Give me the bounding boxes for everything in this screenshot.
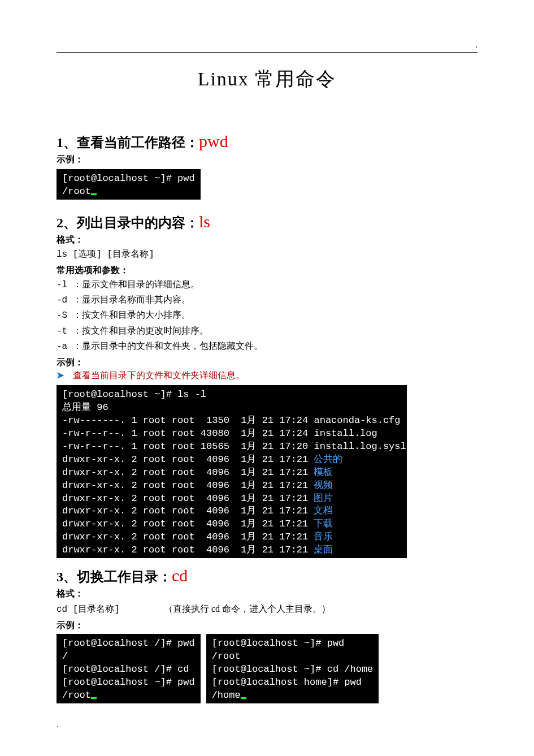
ls-row-name: 下载 bbox=[314, 518, 333, 531]
ls-row-meta: -rw-r--r--. 1 root root 10565 1月 21 17:2… bbox=[62, 440, 314, 453]
ls-row-meta: drwxr-xr-x. 2 root root 4096 1月 21 17:21 bbox=[62, 518, 314, 531]
section-1-heading: 1、查看当前工作路径：pwd bbox=[57, 132, 477, 152]
terminal-line: drwxr-xr-x. 2 root root 4096 1月 21 17:21… bbox=[62, 505, 401, 518]
section-2-heading: 2、列出目录中的内容：ls bbox=[57, 212, 477, 232]
terminal-line: [root@localhost ~]# pwd bbox=[212, 637, 374, 650]
section-2-command: ls bbox=[199, 212, 210, 231]
section-3-prefix: 3、切换工作目录： bbox=[57, 569, 172, 584]
section-2-bullet-text: 查看当前目录下的文件和文件夹详细信息。 bbox=[73, 370, 245, 382]
option-line: -d ：显示目录名称而非其内容。 bbox=[57, 293, 477, 308]
terminal-line: drwxr-xr-x. 2 root root 4096 1月 21 17:21… bbox=[62, 493, 401, 506]
terminal-line: [root@localhost /]# cd bbox=[62, 663, 195, 676]
terminal-line: 总用量 96 bbox=[62, 401, 401, 414]
section-3-two-col: [root@localhost /]# pwd / [root@localhos… bbox=[57, 634, 477, 703]
ls-row-meta: -rw-------. 1 root root 1350 1月 21 17:24 bbox=[62, 414, 314, 427]
ls-row-meta: drwxr-xr-x. 2 root root 4096 1月 21 17:21 bbox=[62, 493, 314, 506]
section-2-prefix: 2、列出目录中的内容： bbox=[57, 215, 199, 230]
ls-row-name: 模板 bbox=[314, 466, 333, 479]
section-2-example-label: 示例： bbox=[57, 357, 477, 369]
terminal-line: [root@localhost ~]# ls -l bbox=[62, 388, 401, 401]
section-1-prefix: 1、查看当前工作路径： bbox=[57, 135, 199, 150]
terminal-line: [root@localhost ~]# cd /home bbox=[212, 663, 374, 676]
terminal-line: drwxr-xr-x. 2 root root 4096 1月 21 17:21… bbox=[62, 518, 401, 531]
option-line: -l ：显示文件和目录的详细信息。 bbox=[57, 278, 477, 293]
terminal-line: -rw-r--r--. 1 root root 43080 1月 21 17:2… bbox=[62, 427, 401, 440]
terminal-line: /root bbox=[212, 650, 374, 663]
terminal-line: [root@localhost ~]# pwd bbox=[62, 172, 195, 185]
section-2-format-label: 格式： bbox=[57, 234, 477, 246]
terminal-line: /root bbox=[62, 689, 195, 702]
ls-row-name: install.log bbox=[314, 427, 377, 440]
section-1-command: pwd bbox=[199, 132, 228, 150]
section-1-terminal: [root@localhost ~]# pwd /root bbox=[57, 169, 201, 200]
section-3-format-text: cd [目录名称] bbox=[57, 604, 120, 615]
ls-row-meta: drwxr-xr-x. 2 root root 4096 1月 21 17:21 bbox=[62, 479, 314, 493]
terminal-line: / bbox=[62, 650, 195, 663]
cursor-icon bbox=[241, 697, 246, 699]
terminal-line: /root bbox=[62, 185, 195, 198]
terminal-line: -rw-------. 1 root root 1350 1月 21 17:24… bbox=[62, 414, 401, 427]
option-line: -S ：按文件和目录的大小排序。 bbox=[57, 308, 477, 323]
ls-row-meta: drwxr-xr-x. 2 root root 4096 1月 21 17:21 bbox=[62, 466, 314, 479]
top-rule bbox=[57, 52, 477, 53]
ls-row-meta: drwxr-xr-x. 2 root root 4096 1月 21 17:21 bbox=[62, 531, 314, 544]
section-3-format-label: 格式： bbox=[57, 588, 477, 600]
section-3-heading: 3、切换工作目录：cd bbox=[57, 566, 477, 586]
ls-row-name: 视频 bbox=[314, 479, 333, 493]
ls-row-name: 桌面 bbox=[314, 544, 333, 557]
terminal-line: drwxr-xr-x. 2 root root 4096 1月 21 17:21… bbox=[62, 531, 401, 544]
section-2-opts-label: 常用选项和参数： bbox=[57, 265, 477, 277]
section-3-format-note: （直接执行 cd 命令，进入个人主目录。） bbox=[164, 604, 331, 614]
terminal-line: drwxr-xr-x. 2 root root 4096 1月 21 17:21… bbox=[62, 544, 401, 557]
section-1-example-label: 示例： bbox=[57, 154, 477, 166]
ls-row-name: 文档 bbox=[314, 505, 333, 518]
section-3-terminal-left: [root@localhost /]# pwd / [root@localhos… bbox=[57, 634, 201, 703]
section-3-terminal-right: [root@localhost ~]# pwd /root [root@loca… bbox=[206, 634, 379, 703]
doc-title: Linux 常用命令 bbox=[57, 66, 477, 92]
page-dot-bottom: . bbox=[57, 720, 477, 729]
ls-row-name: anaconda-ks.cfg bbox=[314, 414, 400, 427]
section-3-example-label: 示例： bbox=[57, 620, 477, 632]
ls-row-name: 音乐 bbox=[314, 531, 333, 544]
terminal-line: [root@localhost ~]# pwd bbox=[62, 676, 195, 689]
terminal-line: drwxr-xr-x. 2 root root 4096 1月 21 17:21… bbox=[62, 479, 401, 493]
section-2-terminal: [root@localhost ~]# ls -l 总用量 96 -rw----… bbox=[57, 385, 407, 558]
section-3-format-row: cd [目录名称] （直接执行 cd 命令，进入个人主目录。） bbox=[57, 601, 477, 617]
ls-row-name: install.log.syslog bbox=[314, 440, 418, 453]
page-dot-top: . bbox=[57, 41, 477, 50]
arrow-icon: ➤ bbox=[57, 370, 64, 381]
terminal-line: [root@localhost /]# pwd bbox=[62, 637, 195, 650]
terminal-line: /home bbox=[212, 689, 374, 702]
section-3-command: cd bbox=[172, 566, 188, 585]
option-line: -a ：显示目录中的文件和文件夹，包括隐藏文件。 bbox=[57, 339, 477, 355]
ls-row-name: 图片 bbox=[314, 493, 333, 506]
cursor-icon bbox=[91, 193, 97, 195]
terminal-line: [root@localhost home]# pwd bbox=[212, 676, 374, 689]
terminal-line: drwxr-xr-x. 2 root root 4096 1月 21 17:21… bbox=[62, 453, 401, 466]
section-2-bullet: ➤ 查看当前目录下的文件和文件夹详细信息。 bbox=[57, 370, 477, 382]
ls-row-meta: drwxr-xr-x. 2 root root 4096 1月 21 17:21 bbox=[62, 505, 314, 518]
terminal-line: drwxr-xr-x. 2 root root 4096 1月 21 17:21… bbox=[62, 466, 401, 479]
ls-row-meta: drwxr-xr-x. 2 root root 4096 1月 21 17:21 bbox=[62, 453, 314, 466]
cursor-icon bbox=[91, 697, 97, 699]
ls-row-name: 公共的 bbox=[314, 453, 342, 466]
section-2-format-text: ls [选项] [目录名称] bbox=[57, 247, 477, 262]
terminal-line: -rw-r--r--. 1 root root 10565 1月 21 17:2… bbox=[62, 440, 401, 453]
option-line: -t ：按文件和目录的更改时间排序。 bbox=[57, 324, 477, 339]
ls-row-meta: -rw-r--r--. 1 root root 43080 1月 21 17:2… bbox=[62, 427, 314, 440]
ls-row-meta: drwxr-xr-x. 2 root root 4096 1月 21 17:21 bbox=[62, 544, 314, 557]
